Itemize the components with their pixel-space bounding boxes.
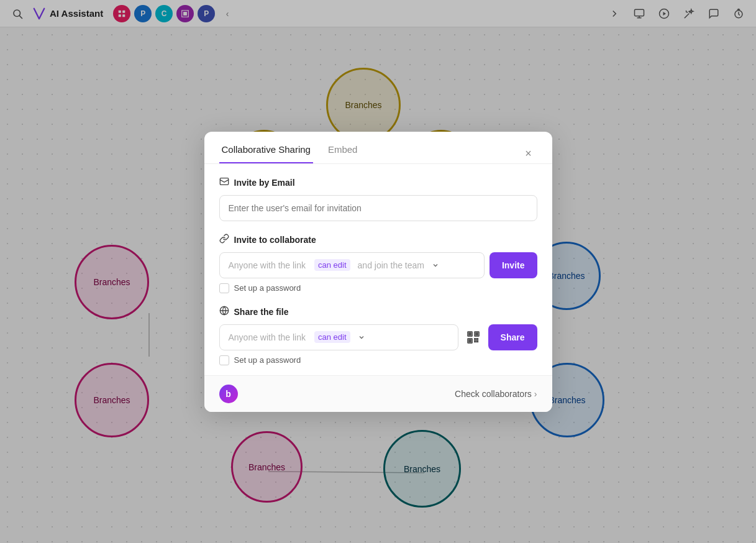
password-label-1: Set up a password	[234, 283, 301, 293]
invite-collaborate-section: Invite to collaborate Anyone with the li…	[219, 234, 537, 293]
modal-close-button[interactable]: ×	[520, 145, 537, 162]
share-file-section: Share the file Anyone with the link can …	[219, 306, 537, 365]
tab-collaborative-sharing[interactable]: Collaborative Sharing	[219, 144, 313, 163]
share-can-edit-badge[interactable]: can edit	[314, 331, 350, 343]
invite-collaborate-label: Invite to collaborate	[219, 234, 537, 246]
footer-brand-logo: b	[219, 385, 238, 403]
password-checkbox-1[interactable]	[219, 283, 229, 293]
chevron-right-icon: ›	[534, 389, 537, 399]
password-checkbox-2[interactable]	[219, 355, 229, 365]
invite-link-suffix: and join the team	[358, 260, 424, 270]
invite-link-prefix: Anyone with the link	[229, 260, 306, 270]
share-link-box: Anyone with the link can edit	[219, 324, 458, 350]
password-row-2: Set up a password	[219, 355, 537, 365]
password-row-1: Set up a password	[219, 283, 537, 293]
password-label-2: Set up a password	[234, 355, 301, 365]
invite-link-row: Anyone with the link can edit and join t…	[219, 252, 537, 278]
share-link-row: Anyone with the link can edit	[219, 324, 537, 350]
globe-icon	[219, 306, 229, 318]
modal-header: Collaborative Sharing Embed ×	[204, 132, 552, 163]
modal-body: Invite by Email Invite to collaborate An…	[204, 164, 552, 365]
svg-rect-14	[220, 178, 228, 185]
invite-email-section-label: Invite by Email	[219, 176, 537, 189]
modal-overlay: Collaborative Sharing Embed × Invite by …	[0, 0, 756, 543]
svg-rect-19	[475, 332, 478, 335]
tab-embed[interactable]: Embed	[326, 144, 360, 163]
sharing-modal: Collaborative Sharing Embed × Invite by …	[204, 132, 552, 412]
invite-can-edit-badge[interactable]: can edit	[314, 259, 350, 271]
email-icon	[219, 176, 229, 189]
qr-code-icon[interactable]	[463, 327, 483, 347]
link-icon	[219, 234, 229, 246]
check-collaborators-link[interactable]: Check collaborators ›	[455, 389, 537, 399]
invite-button[interactable]: Invite	[490, 252, 537, 278]
share-dropdown[interactable]	[358, 334, 365, 341]
share-file-label: Share the file	[219, 306, 537, 318]
share-link-prefix: Anyone with the link	[229, 332, 306, 342]
invite-link-box: Anyone with the link can edit and join t…	[219, 252, 485, 278]
email-input[interactable]	[219, 195, 537, 221]
invite-dropdown[interactable]	[432, 262, 439, 269]
share-button[interactable]: Share	[488, 324, 537, 350]
svg-rect-21	[468, 339, 471, 342]
modal-footer: b Check collaborators ›	[204, 375, 552, 412]
svg-rect-17	[468, 332, 471, 335]
